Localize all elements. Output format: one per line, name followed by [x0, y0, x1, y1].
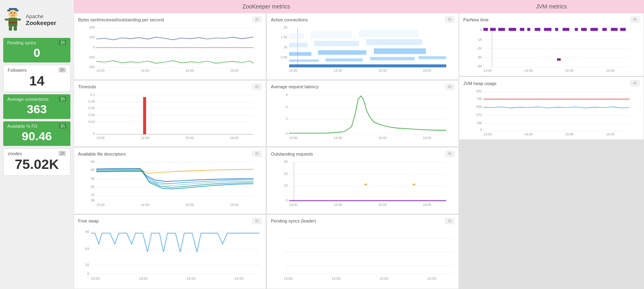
main-content: ZooKeeper metrics Bytes sent/received/ou…: [74, 0, 644, 289]
chart-free-swap-badge: 4h: [252, 218, 262, 224]
svg-text:1K: 1K: [91, 193, 95, 197]
jvm-heap-svg: 931 745 559 373 186 0: [463, 88, 640, 136]
svg-text:16:00: 16:00: [230, 203, 239, 207]
chart-free-swap-title: Free swap: [78, 218, 99, 223]
svg-text:0: 0: [480, 28, 482, 32]
svg-rect-8: [9, 27, 12, 31]
chart-pending-syncs-leader: Pending syncs (leader) 4h 13:00 14:00: [267, 215, 458, 289]
svg-rect-141: [483, 28, 488, 31]
chart-avg-latency-title: Average request latency: [271, 84, 318, 89]
svg-text:1.5K: 1.5K: [281, 35, 288, 39]
svg-rect-37: [318, 50, 366, 55]
metric-avg-connections: Average connections 1h 363: [3, 94, 70, 119]
svg-text:-4K: -4K: [477, 64, 482, 68]
bytes-sent-svg: 200 100 0 -100 -200: [78, 24, 262, 73]
zookeeper-logo-icon: [3, 8, 23, 31]
chart-available-fd: Available file descriptors 4h 5K 4K 3K 2…: [74, 148, 266, 214]
jvm-header: JVM metrics: [459, 0, 644, 13]
svg-rect-145: [520, 28, 524, 31]
svg-rect-39: [289, 43, 308, 47]
svg-rect-7: [8, 22, 17, 23]
chart-timeouts: Timeouts 4h 0.1 0.08 0.06 0.04 0.02 0: [74, 81, 266, 147]
svg-text:15:00: 15:00: [186, 69, 194, 73]
chart-bytes-sent: Bytes sent/received/outstanding per seco…: [74, 13, 266, 79]
svg-text:13:00: 13:00: [96, 136, 105, 140]
svg-rect-104: [413, 184, 415, 185]
followers-time: 1h: [58, 67, 66, 73]
svg-text:15:00: 15:00: [186, 203, 194, 207]
svg-text:14:00: 14:00: [141, 69, 149, 73]
svg-rect-155: [611, 28, 618, 31]
avg-connections-label: Average connections: [7, 97, 49, 102]
svg-text:14:00: 14:00: [524, 132, 533, 136]
chart-available-fd-badge: 4h: [252, 151, 262, 157]
avg-latency-svg: 6 4 2 0 13:00 14:00 15:00: [271, 91, 454, 140]
svg-text:0.5K: 0.5K: [281, 55, 288, 59]
svg-text:13:00: 13:00: [289, 203, 297, 207]
chart-bytes-sent-title: Bytes sent/received/outstanding per seco…: [78, 17, 164, 22]
chart-jvm-heap: JVM heap usage 4h 931 745 559 373 186 0: [459, 77, 644, 139]
svg-text:10: 10: [284, 183, 288, 187]
svg-text:15:00: 15:00: [565, 132, 574, 136]
metric-available-fd: Available % FD 1h 90.46: [3, 121, 70, 146]
chart-available-fd-title: Available file descriptors: [78, 152, 126, 156]
svg-text:0.02: 0.02: [88, 119, 95, 123]
chart-active-connections: Active connections 4h 2K 1.5K 1K 0.5K: [267, 13, 458, 79]
svg-text:16:00: 16:00: [606, 69, 615, 73]
svg-point-5: [12, 14, 14, 15]
chart-timeouts-title: Timeouts: [78, 84, 96, 89]
svg-rect-105: [289, 200, 446, 201]
svg-text:0.1: 0.1: [90, 93, 95, 97]
chart-parnew-time: ParNew time 4h 0 -1K -2K -3K -4K: [459, 13, 644, 76]
svg-text:14:00: 14:00: [141, 136, 149, 140]
chart-jvm-heap-title: JVM heap usage: [463, 81, 497, 86]
avg-connections-value: 363: [7, 102, 66, 116]
chart-avg-latency: Average request latency 4h 6 4 2 0: [267, 81, 458, 147]
metric-followers: Followers 1h 14: [3, 65, 70, 92]
chart-outstanding-requests-title: Outstanding requests: [271, 152, 313, 156]
chart-parnew-time-badge: 4h: [630, 17, 640, 23]
svg-text:4: 4: [286, 104, 288, 108]
zookeeper-label: Zookeeper: [26, 19, 56, 26]
svg-text:16:00: 16:00: [423, 136, 431, 140]
svg-point-3: [11, 12, 12, 14]
svg-text:14:00: 14:00: [141, 203, 149, 207]
svg-rect-149: [555, 28, 558, 31]
svg-text:14:00: 14:00: [332, 277, 341, 281]
svg-rect-152: [581, 28, 587, 31]
metric-pending-syncs: Pending syncs 1h 0: [3, 38, 70, 62]
chart-free-swap: Free swap 4h 96 64 32 0: [74, 215, 266, 289]
svg-rect-154: [602, 28, 607, 31]
znodes-label: znodes: [8, 151, 22, 156]
svg-text:13:00: 13:00: [96, 203, 105, 207]
jvm-section: JVM metrics ParNew time 4h 0 -1K -2K -3K: [459, 0, 644, 289]
svg-rect-42: [289, 33, 304, 39]
svg-text:15:00: 15:00: [378, 136, 387, 140]
chart-avg-latency-area: 6 4 2 0 13:00 14:00 15:00: [271, 91, 454, 143]
chart-available-fd-area: 5K 4K 3K 2K 1K 0K: [78, 158, 262, 210]
svg-text:2K: 2K: [283, 25, 288, 29]
pending-syncs-time: 1h: [59, 40, 66, 45]
svg-text:16:00: 16:00: [235, 277, 244, 281]
svg-rect-144: [509, 28, 516, 31]
svg-text:-2K: -2K: [477, 46, 482, 50]
svg-text:0.04: 0.04: [88, 112, 95, 116]
svg-rect-150: [563, 28, 570, 31]
svg-text:13:00: 13:00: [91, 277, 100, 281]
pending-syncs-value: 0: [7, 46, 66, 59]
chart-bytes-sent-area: 200 100 0 -100 -200: [78, 24, 262, 76]
znodes-value: 75.02K: [8, 157, 66, 172]
znodes-time: 1h: [58, 151, 66, 156]
svg-text:15:00: 15:00: [187, 277, 196, 281]
svg-rect-35: [418, 56, 446, 59]
svg-text:15:00: 15:00: [378, 203, 387, 207]
available-fd-time: 1h: [59, 123, 66, 129]
svg-text:6: 6: [286, 93, 288, 97]
available-fd-label: Available % FD: [7, 124, 37, 129]
svg-text:64: 64: [85, 247, 89, 251]
content-wrapper: ZooKeeper metrics Bytes sent/received/ou…: [74, 0, 644, 289]
chart-active-connections-badge: 4h: [445, 17, 454, 23]
svg-text:0: 0: [93, 131, 95, 135]
sidebar: Apache Zookeeper Pending syncs 1h 0 Foll…: [0, 0, 74, 289]
avg-connections-time: 1h: [59, 96, 66, 102]
